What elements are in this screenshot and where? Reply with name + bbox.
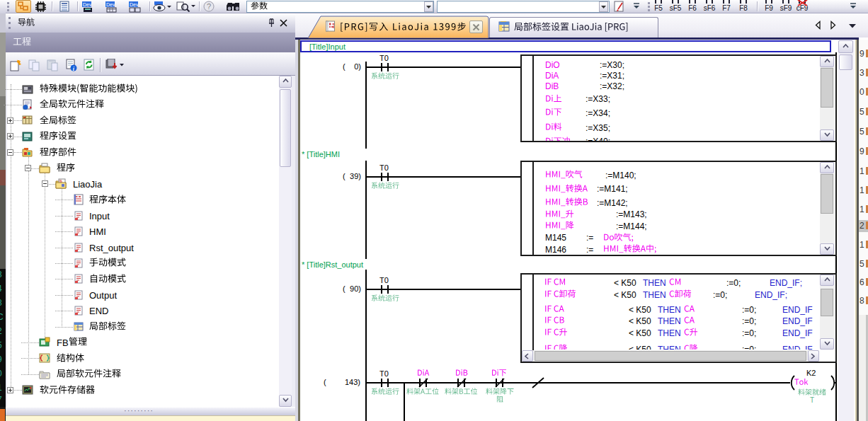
svg-text:?: ? bbox=[207, 2, 211, 11]
svg-text:Dev: Dev bbox=[130, 2, 139, 7]
svg-text:Dev: Dev bbox=[106, 2, 115, 7]
svg-text:Dev: Dev bbox=[83, 2, 92, 7]
